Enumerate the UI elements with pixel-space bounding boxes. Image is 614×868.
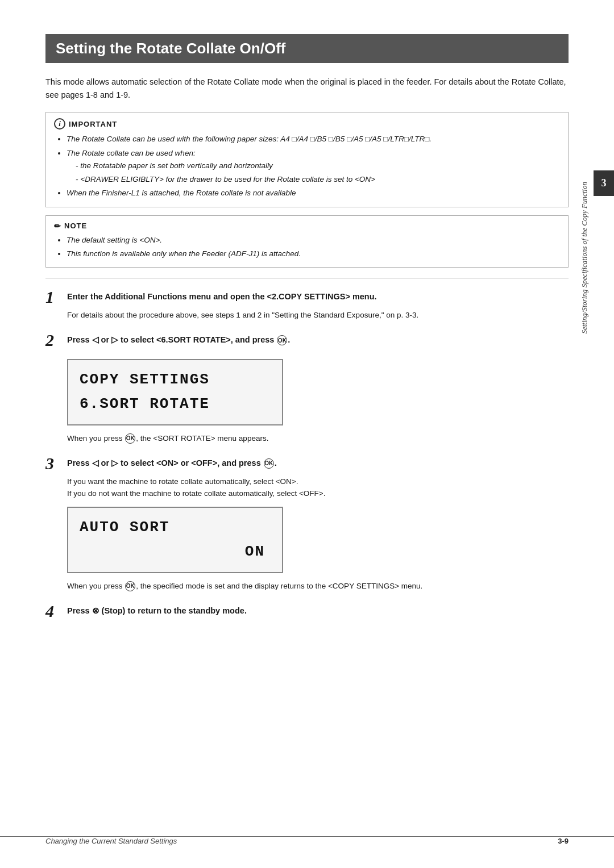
important-icon: i <box>54 118 65 130</box>
important-list: The Rotate Collate can be used with the … <box>54 133 560 199</box>
step-3-header: 3 Press ◁ or ▷ to select <ON> or <OFF>, … <box>45 455 569 472</box>
step-2: 2 Press ◁ or ▷ to select <6.SORT ROTATE>… <box>45 332 569 445</box>
important-sublist: the Rotatable paper is set both vertical… <box>67 160 560 186</box>
step-1-header: 1 Enter the Additional Functions menu an… <box>45 289 569 306</box>
step-3-body1: If you want the machine to rotate collat… <box>67 475 569 488</box>
footer-right: 3-9 <box>558 837 569 845</box>
step-2-title: Press ◁ or ▷ to select <6.SORT ROTATE>, … <box>67 332 290 347</box>
note-list: The default setting is <ON>. This functi… <box>54 234 560 261</box>
ok-circle-4: OK <box>125 581 135 591</box>
section-tab: 3 <box>594 170 614 196</box>
step-1-body: For details about the procedure above, s… <box>67 309 569 322</box>
step-2-header: 2 Press ◁ or ▷ to select <6.SORT ROTATE>… <box>45 332 569 349</box>
footer-left: Changing the Current Standard Settings <box>45 837 541 845</box>
note-icon: ✏ <box>54 222 61 231</box>
step-3-after-lcd: When you press OK, the specified mode is… <box>67 582 422 590</box>
ok-circle-1: OK <box>277 335 287 345</box>
lcd-display-1: COPY SETTINGS 6.SORT ROTATE <box>67 359 283 425</box>
step-3: 3 Press ◁ or ▷ to select <ON> or <OFF>, … <box>45 455 569 592</box>
step-4-title: Press ⊗ (Stop) to return to the standby … <box>67 603 247 617</box>
note-item-1: The default setting is <ON>. <box>67 234 560 247</box>
step-3-number: 3 <box>45 455 61 472</box>
important-item-1: The Rotate Collate can be used with the … <box>67 133 560 145</box>
step-2-body: COPY SETTINGS 6.SORT ROTATE When you pre… <box>67 352 569 445</box>
step-4: 4 Press ⊗ (Stop) to return to the standb… <box>45 603 569 620</box>
important-item-3: When the Finisher-L1 is attached, the Ro… <box>67 187 560 199</box>
important-item-2: The Rotate collate can be used when: the… <box>67 147 560 186</box>
note-item-2: This function is available only when the… <box>67 248 560 260</box>
important-box: i Important The Rotate Collate can be us… <box>45 112 569 207</box>
step-1-number: 1 <box>45 289 61 306</box>
ok-circle-2: OK <box>125 433 135 444</box>
page-container: 3 Setting/Storing Specifications of the … <box>0 0 614 868</box>
important-subitem-1: the Rotatable paper is set both vertical… <box>76 160 560 172</box>
intro-text: This mode allows automatic selection of … <box>45 76 569 102</box>
lcd-line1-2: AUTO SORT <box>80 516 271 540</box>
divider-1 <box>45 278 569 278</box>
step-3-title: Press ◁ or ▷ to select <ON> or <OFF>, an… <box>67 455 277 470</box>
footer: Changing the Current Standard Settings 3… <box>0 836 614 845</box>
note-header: ✏ Note <box>54 222 560 231</box>
note-box: ✏ Note The default setting is <ON>. This… <box>45 215 569 268</box>
lcd-line2-1: 6.SORT ROTATE <box>80 393 271 416</box>
lcd-line1-1: COPY SETTINGS <box>80 368 271 392</box>
important-header: i Important <box>54 118 560 130</box>
step-4-number: 4 <box>45 603 61 620</box>
page-title: Setting the Rotate Collate On/Off <box>45 34 569 63</box>
step-3-body2: If you do not want the machine to rotate… <box>67 487 569 500</box>
section-number: 3 <box>601 177 607 189</box>
step-1-title: Enter the Additional Functions menu and … <box>67 289 377 303</box>
important-header-text: Important <box>69 120 117 128</box>
step-1: 1 Enter the Additional Functions menu an… <box>45 289 569 322</box>
lcd-line2-2: ON <box>80 540 271 564</box>
step-2-number: 2 <box>45 332 61 349</box>
important-subitem-2: <DRAWER ELIGIBLTY> for the drawer to be … <box>76 173 560 186</box>
note-header-text: Note <box>64 222 87 230</box>
step-4-header: 4 Press ⊗ (Stop) to return to the standb… <box>45 603 569 620</box>
step-2-after-lcd: When you press OK, the <SORT ROTATE> men… <box>67 434 268 443</box>
step-3-body: If you want the machine to rotate collat… <box>67 475 569 592</box>
vertical-label: Setting/Storing Specifications of the Co… <box>580 182 589 334</box>
ok-circle-3: OK <box>264 458 274 469</box>
lcd-display-2: AUTO SORT ON <box>67 507 283 573</box>
